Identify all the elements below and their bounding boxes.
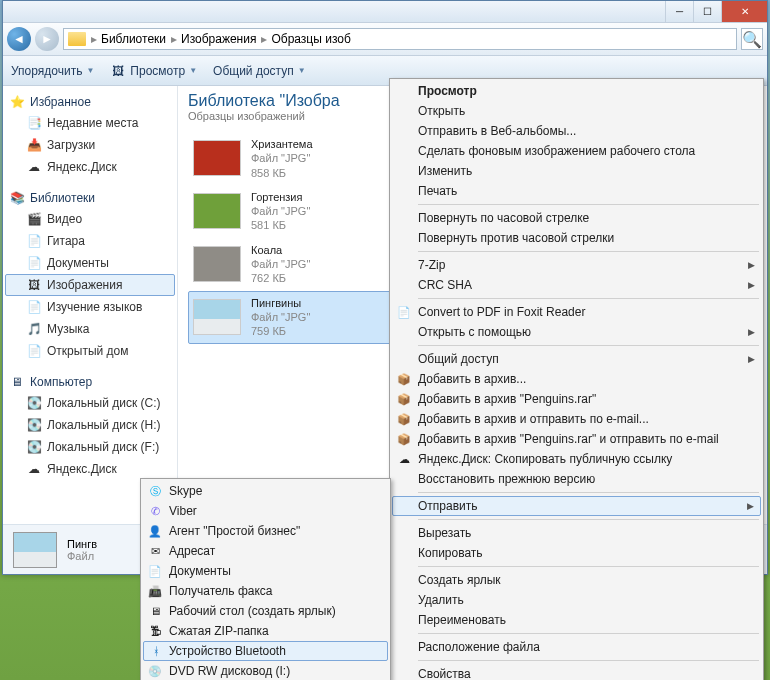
ctx-archive-email[interactable]: 📦Добавить в архив и отправить по e-mail.… [392, 409, 761, 429]
ctx-7zip[interactable]: 7-Zip▶ [392, 255, 761, 275]
sidebar: ⭐Избранное 📑Недавние места 📥Загрузки ☁Ян… [3, 86, 178, 524]
doc-icon: 📄 [26, 343, 42, 359]
thumbnail [193, 299, 241, 335]
ctx-crc[interactable]: CRC SHA▶ [392, 275, 761, 295]
forward-button[interactable]: ► [35, 27, 59, 51]
ctx-properties[interactable]: Свойства [392, 664, 761, 680]
sidebar-item-languages[interactable]: 📄Изучение языков [5, 296, 175, 318]
sendto-desktop[interactable]: 🖥Рабочий стол (создать ярлык) [143, 601, 388, 621]
sendto-bluetooth[interactable]: ᚼУстройство Bluetooth [143, 641, 388, 661]
ctx-yandex[interactable]: ☁Яндекс.Диск: Скопировать публичную ссыл… [392, 449, 761, 469]
ctx-foxit[interactable]: 📄Convert to PDF in Foxit Reader [392, 302, 761, 322]
ctx-send-web[interactable]: Отправить в Веб-альбомы... [392, 121, 761, 141]
sidebar-item-disk-c[interactable]: 💽Локальный диск (C:) [5, 392, 175, 414]
thumbnail [193, 193, 241, 229]
thumbnail [193, 140, 241, 176]
ctx-rotate-cw[interactable]: Повернуть по часовой стрелке [392, 208, 761, 228]
sidebar-item-downloads[interactable]: 📥Загрузки [5, 134, 175, 156]
sidebar-favorites[interactable]: ⭐Избранное [5, 92, 175, 112]
sendto-skype[interactable]: ⓈSkype [143, 481, 388, 501]
sendto-agent[interactable]: 👤Агент "Простой бизнес" [143, 521, 388, 541]
sendto-zip[interactable]: 🗜Сжатая ZIP-папка [143, 621, 388, 641]
sendto-documents[interactable]: 📄Документы [143, 561, 388, 581]
ctx-print[interactable]: Печать [392, 181, 761, 201]
sidebar-item-music[interactable]: 🎵Музыка [5, 318, 175, 340]
sidebar-item-documents[interactable]: 📄Документы [5, 252, 175, 274]
sendto-submenu: ⓈSkype ✆Viber 👤Агент "Простой бизнес" ✉А… [140, 478, 391, 680]
search-button[interactable]: 🔍 [741, 28, 763, 50]
ctx-share[interactable]: Общий доступ▶ [392, 349, 761, 369]
preview-type: Файл [67, 550, 97, 562]
breadcrumb-item[interactable]: ▸Образцы изоб [259, 32, 350, 46]
ctx-cut[interactable]: Вырезать [392, 523, 761, 543]
navbar: ◄ ► ▸Библиотеки ▸Изображения ▸Образцы из… [3, 23, 767, 56]
ctx-restore[interactable]: Восстановить прежнюю версию [392, 469, 761, 489]
doc-icon: 📄 [26, 299, 42, 315]
doc-icon: 📄 [26, 233, 42, 249]
zip-icon: 🗜 [147, 623, 163, 639]
ctx-delete[interactable]: Удалить [392, 590, 761, 610]
sidebar-item-recent[interactable]: 📑Недавние места [5, 112, 175, 134]
sendto-dvd[interactable]: 💿DVD RW дисковод (I:) [143, 661, 388, 680]
ctx-shortcut[interactable]: Создать ярлык [392, 570, 761, 590]
desktop-icon: 🖥 [147, 603, 163, 619]
libraries-icon: 📚 [9, 190, 25, 206]
fax-icon: 📠 [147, 583, 163, 599]
breadcrumb-item[interactable]: ▸Изображения [169, 32, 256, 46]
rar-icon: 📦 [396, 411, 412, 427]
music-icon: 🎵 [26, 321, 42, 337]
sidebar-item-openhouse[interactable]: 📄Открытый дом [5, 340, 175, 362]
places-icon: 📑 [26, 115, 42, 131]
ctx-rotate-ccw[interactable]: Повернуть против часовой стрелки [392, 228, 761, 248]
ctx-archive[interactable]: 📦Добавить в архив... [392, 369, 761, 389]
ctx-open[interactable]: Открыть [392, 101, 761, 121]
ctx-view[interactable]: Просмотр [392, 81, 761, 101]
address-bar[interactable]: ▸Библиотеки ▸Изображения ▸Образцы изоб [63, 28, 737, 50]
view-menu[interactable]: 🖼Просмотр▼ [110, 63, 197, 79]
ctx-copy[interactable]: Копировать [392, 543, 761, 563]
bluetooth-icon: ᚼ [148, 643, 164, 659]
ctx-archive-penguins[interactable]: 📦Добавить в архив "Penguins.rar" [392, 389, 761, 409]
sendto-fax[interactable]: 📠Получатель факса [143, 581, 388, 601]
ctx-rename[interactable]: Переименовать [392, 610, 761, 630]
yandex-icon: ☁ [26, 159, 42, 175]
disk-icon: 💽 [26, 439, 42, 455]
computer-icon: 🖥 [9, 374, 25, 390]
minimize-button[interactable]: ─ [665, 1, 693, 22]
sendto-addressee[interactable]: ✉Адресат [143, 541, 388, 561]
image-icon: 🖼 [26, 277, 42, 293]
doc-icon: 📄 [26, 255, 42, 271]
sidebar-libraries[interactable]: 📚Библиотеки [5, 188, 175, 208]
disk-icon: 💽 [26, 395, 42, 411]
yandex-icon: ☁ [396, 451, 412, 467]
sidebar-item-disk-h[interactable]: 💽Локальный диск (H:) [5, 414, 175, 436]
organize-menu[interactable]: Упорядочить▼ [11, 64, 94, 78]
ctx-location[interactable]: Расположение файла [392, 637, 761, 657]
back-button[interactable]: ◄ [7, 27, 31, 51]
ctx-wallpaper[interactable]: Сделать фоновым изображением рабочего ст… [392, 141, 761, 161]
ctx-send-to[interactable]: Отправить▶ [392, 496, 761, 516]
view-icon: 🖼 [110, 63, 126, 79]
share-menu[interactable]: Общий доступ▼ [213, 64, 306, 78]
sidebar-item-images[interactable]: 🖼Изображения [5, 274, 175, 296]
ctx-open-with[interactable]: Открыть с помощью▶ [392, 322, 761, 342]
sidebar-item-yandex[interactable]: ☁Яндекс.Диск [5, 156, 175, 178]
breadcrumb-item[interactable]: ▸Библиотеки [89, 32, 166, 46]
folder-icon [68, 32, 86, 46]
sidebar-computer[interactable]: 🖥Компьютер [5, 372, 175, 392]
sidebar-item-disk-f[interactable]: 💽Локальный диск (F:) [5, 436, 175, 458]
sidebar-item-video[interactable]: 🎬Видео [5, 208, 175, 230]
context-menu: Просмотр Открыть Отправить в Веб-альбомы… [389, 78, 764, 680]
downloads-icon: 📥 [26, 137, 42, 153]
ctx-penguins-email[interactable]: 📦Добавить в архив "Penguins.rar" и отпра… [392, 429, 761, 449]
agent-icon: 👤 [147, 523, 163, 539]
ctx-edit[interactable]: Изменить [392, 161, 761, 181]
sidebar-item-yandex-disk[interactable]: ☁Яндекс.Диск [5, 458, 175, 480]
close-button[interactable]: ✕ [721, 1, 767, 22]
viber-icon: ✆ [147, 503, 163, 519]
mail-icon: ✉ [147, 543, 163, 559]
skype-icon: Ⓢ [147, 483, 163, 499]
maximize-button[interactable]: ☐ [693, 1, 721, 22]
sidebar-item-guitar[interactable]: 📄Гитара [5, 230, 175, 252]
sendto-viber[interactable]: ✆Viber [143, 501, 388, 521]
